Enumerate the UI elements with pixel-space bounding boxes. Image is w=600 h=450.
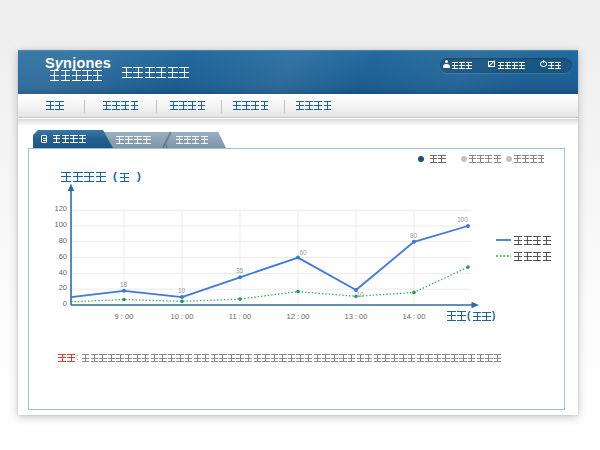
svg-text:80: 80 (59, 236, 67, 245)
svg-text:0: 0 (63, 299, 67, 308)
svg-text:13 : 00: 13 : 00 (345, 312, 368, 321)
svg-text:10: 10 (178, 287, 186, 294)
svg-text:120: 120 (54, 204, 67, 213)
svg-text:35: 35 (236, 267, 244, 274)
svg-text:18: 18 (120, 281, 128, 288)
svg-text:11 : 00: 11 : 00 (229, 312, 251, 321)
svg-text:9 : 00: 9 : 00 (115, 312, 134, 321)
svg-text:12 : 00: 12 : 00 (287, 312, 310, 321)
svg-text:100: 100 (457, 216, 468, 223)
svg-text:20: 20 (59, 283, 67, 292)
svg-text:40: 40 (59, 268, 67, 277)
svg-text:100: 100 (54, 220, 67, 229)
svg-text:10 : 00: 10 : 00 (171, 312, 194, 321)
svg-text:60: 60 (59, 252, 67, 261)
svg-text:80: 80 (410, 232, 418, 239)
svg-text:10: 10 (357, 291, 365, 298)
svg-text:60: 60 (300, 249, 308, 256)
svg-text:14 : 00: 14 : 00 (403, 312, 426, 321)
